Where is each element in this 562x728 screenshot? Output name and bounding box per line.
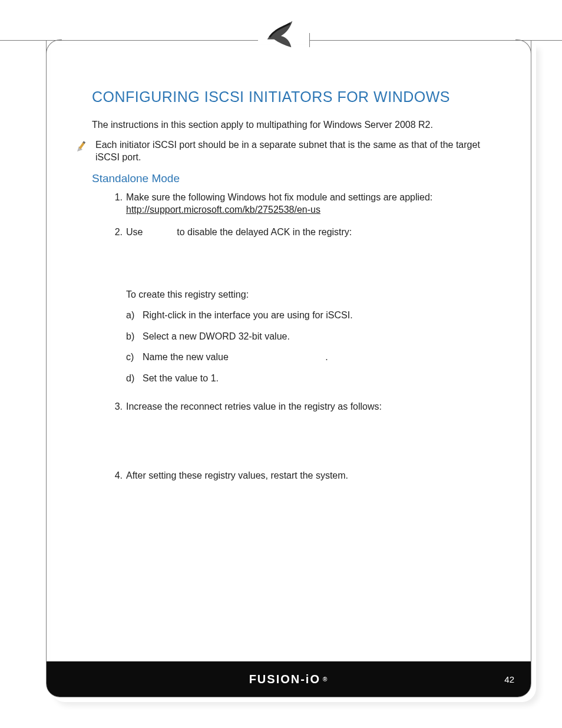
step-number: 3. [110,400,123,413]
step-3: 3. Increase the reconnect retries value … [126,400,492,413]
step-2-suffix: to disable the delayed ACK in the regist… [177,227,352,237]
substeps-list: a) Right-click in the interface you are … [126,309,490,384]
substep-label: b) [126,330,139,343]
substep-b: b) Select a new DWORD 32-bit value. [143,330,490,343]
substep-c-prefix: Name the new value [143,352,231,362]
subheading-standalone: Standalone Mode [92,172,492,185]
substep-d-text: Set the value to 1. [143,373,219,383]
page-number: 42 [504,674,514,684]
step-4: 4. After setting these registry values, … [126,469,492,482]
step-2-gap [146,227,177,237]
step-number: 1. [110,191,123,204]
step-2: 2. Use to disable the delayed ACK in the… [126,226,492,385]
substep-a-text: Right-click in the interface you are usi… [143,310,353,320]
footer-brand-text: FUSION-iO [249,673,320,686]
page: CONFIGURING ISCSI INITIATORS FOR WINDOWS… [0,0,562,728]
registry-lead: To create this registry setting: [126,288,490,301]
note-text: Each initiator iSCSI port should be in a… [95,139,492,164]
intro-paragraph: The instructions in this section apply t… [92,118,492,131]
step-3-text: Increase the reconnect retries value in … [126,401,382,411]
step-1: 1. Make sure the following Windows hot f… [126,191,492,216]
substep-c-suffix: . [325,352,328,362]
section-title: CONFIGURING ISCSI INITIATORS FOR WINDOWS [92,88,492,106]
kb-link[interactable]: http://support.microsoft.com/kb/2752538/… [126,205,320,215]
footer: FUSION-iO® 42 [47,661,531,697]
step-1-text: Make sure the following Windows hot fix … [126,192,432,202]
step-number: 4. [110,469,123,482]
step-4-text: After setting these registry values, res… [126,470,348,480]
step-2-prefix: Use [126,227,146,237]
substep-label: d) [126,372,139,385]
pencil-note-icon [75,140,90,154]
substep-label: a) [126,309,139,322]
note: Each initiator iSCSI port should be in a… [75,139,492,164]
substep-c: c) Name the new value . [143,351,490,364]
steps-list: 1. Make sure the following Windows hot f… [92,191,492,482]
substep-label: c) [126,351,139,364]
content: CONFIGURING ISCSI INITIATORS FOR WINDOWS… [92,88,492,492]
footer-brand: FUSION-iO® [249,673,329,686]
step-number: 2. [110,226,123,239]
substep-b-text: Select a new DWORD 32-bit value. [143,331,290,341]
substep-a: a) Right-click in the interface you are … [143,309,490,322]
substep-d: d) Set the value to 1. [143,372,490,385]
registered-mark-icon: ® [323,676,328,683]
